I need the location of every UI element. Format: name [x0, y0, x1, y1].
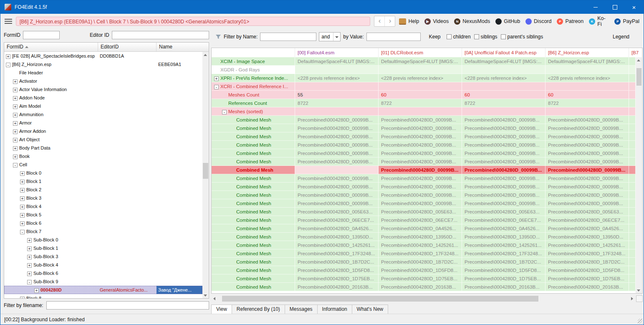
tree-scrollbar-thumb[interactable] — [203, 163, 208, 179]
tree-row[interactable]: +Sub-Block 4 — [4, 261, 202, 269]
tab-view[interactable]: View — [211, 305, 232, 314]
expand-icon[interactable]: + — [27, 238, 32, 243]
keep-checkbox-parent-s-siblings[interactable]: parent's siblings — [501, 34, 543, 40]
record-cell[interactable]: Precombined\0004280D_00099B... — [379, 149, 462, 157]
expand-icon[interactable]: + — [27, 255, 32, 259]
filter-value-input[interactable] — [366, 33, 421, 41]
grid-row[interactable]: +Combined MeshPrecombined\0004280D_00099… — [212, 166, 636, 174]
tree-row[interactable]: +Body Part Data — [4, 144, 202, 152]
expand-icon[interactable]: + — [13, 79, 18, 84]
tree-row[interactable]: +Block 5 — [4, 211, 202, 219]
grid-row[interactable]: +References Count8722872287228722 — [212, 99, 636, 107]
tree-row[interactable]: +Ammunition — [4, 110, 202, 119]
record-cell[interactable]: Precombined\0004280D_1D5FD8... — [546, 266, 629, 274]
scroll-left-icon[interactable] — [211, 295, 218, 302]
record-cell[interactable]: Precombined\0004280D_00099B... — [546, 116, 629, 124]
tree-scrollbar[interactable] — [202, 52, 209, 298]
tree-row[interactable]: -Cell — [4, 160, 202, 169]
grid-row[interactable]: +Combined MeshPrecombined\0004280D_00099… — [212, 124, 636, 132]
grid-row[interactable]: +Combined MeshPrecombined\0004280D_00099… — [212, 141, 636, 149]
record-cell[interactable]: Precombined\0004280D_00099B... — [295, 149, 379, 157]
expand-icon[interactable]: + — [20, 221, 25, 226]
record-cell[interactable]: Precombined\0004280D_00099B... — [379, 157, 462, 166]
tree-header-formid[interactable]: FormID — [4, 43, 98, 51]
record-cell[interactable]: Precombined\0004280D_1D5FD8... — [295, 266, 379, 274]
record-cell[interactable]: Precombined\0004280D_00099B... — [462, 174, 546, 183]
breadcrumb[interactable]: [B6] Z_Horizon.esp (EEBE09A1) \ Cell \ B… — [16, 17, 371, 26]
grid-row[interactable]: +XPRI - PreVis Reference Inde...<228 pre… — [212, 74, 636, 82]
record-cell[interactable] — [462, 66, 546, 74]
record-cell[interactable]: <228 previs reference index> — [295, 74, 379, 82]
collapse-icon[interactable]: - — [214, 85, 219, 89]
record-cell[interactable]: Precombined\0004280D_00099B... — [546, 124, 629, 132]
minimize-button[interactable] — [586, 0, 605, 14]
record-cell[interactable]: Precombined\0004280D_00099B... — [462, 157, 546, 166]
collapse-icon[interactable]: - — [13, 163, 18, 168]
tree-row[interactable]: +Aim Model — [4, 102, 202, 110]
record-cell[interactable]: Precombined\0004280D_00099B... — [295, 183, 379, 191]
record-cell[interactable]: Precombined\0004280D_00099B... — [546, 132, 629, 141]
record-cell[interactable]: Precombined\0004280D_00099B... — [295, 124, 379, 132]
link-videos[interactable]: ▶Videos — [424, 18, 449, 25]
grid-row[interactable]: -XCRI - Combined Reference I... — [212, 82, 636, 91]
grid-row[interactable]: +Combined MeshPrecombined\0004280D_13950… — [212, 233, 636, 241]
link-patreon[interactable]: PPatreon — [557, 18, 583, 25]
link-ko-fi[interactable]: KKo-Fi — [589, 15, 609, 27]
tree-row[interactable]: +[FE 02B] AUR_SpectacleIsleBridges.espDD… — [4, 52, 202, 60]
link-nexusmods[interactable]: NNexusMods — [454, 18, 490, 25]
grid-row[interactable]: +Combined MeshPrecombined\0004280D_1D75E… — [212, 274, 636, 283]
grid-horizontal-scrollbar[interactable] — [211, 295, 635, 302]
collapse-icon[interactable]: - — [20, 230, 25, 234]
record-cell[interactable] — [379, 82, 462, 91]
expand-icon[interactable]: + — [27, 272, 32, 276]
link-discord[interactable]: Discord — [525, 18, 551, 25]
grid-row[interactable]: +Combined MeshPrecombined\0004280D_20163… — [212, 283, 636, 291]
grid-row[interactable]: +Combined MeshPrecombined\0004280D_00099… — [212, 116, 636, 124]
record-cell[interactable] — [295, 166, 379, 174]
record-cell[interactable]: Precombined\0004280D_17F3248... — [546, 249, 629, 258]
record-cell[interactable]: 60 — [462, 91, 546, 99]
close-button[interactable]: × — [624, 0, 644, 14]
record-cell[interactable]: Precombined\0004280D_00099B... — [379, 199, 462, 208]
checkbox-icon[interactable] — [474, 34, 479, 39]
record-cell[interactable]: Precombined\0004280D_13950D... — [546, 233, 629, 241]
record-cell[interactable]: Precombined\0004280D_1D75EB... — [295, 274, 379, 283]
checkbox-icon[interactable] — [447, 34, 452, 39]
record-cell[interactable]: DefaultImageSpaceF4LUT [IMGS:... — [462, 57, 546, 66]
filter-name-input[interactable] — [260, 33, 316, 41]
grid-row[interactable]: +Combined MeshPrecombined\0004280D_0A452… — [212, 224, 636, 233]
formid-input[interactable] — [23, 31, 60, 39]
scroll-down-icon[interactable] — [202, 292, 209, 298]
tree-row[interactable]: +Block 2 — [4, 185, 202, 194]
link-paypal[interactable]: PPayPal — [614, 18, 639, 25]
grid-row[interactable]: +Combined MeshPrecombined\0004280D_00099… — [212, 174, 636, 183]
grid-row[interactable]: +Combined MeshPrecombined\0004280D_00099… — [212, 191, 636, 199]
column-header-plugin[interactable]: [B7 — [629, 48, 642, 57]
expand-icon[interactable]: + — [27, 263, 32, 268]
record-cell[interactable]: Precombined\0004280D_0A4526... — [462, 224, 546, 233]
tab-information[interactable]: Information — [317, 305, 352, 314]
expand-icon[interactable]: + — [20, 297, 25, 298]
link-help[interactable]: Help — [399, 18, 419, 25]
record-cell[interactable]: 8722 — [295, 99, 379, 107]
grid-row[interactable]: +Combined MeshPrecombined\0004280D_00099… — [212, 199, 636, 208]
tree-row[interactable]: -Block 7 — [4, 227, 202, 236]
expand-icon[interactable]: + — [13, 113, 18, 117]
grid-row[interactable]: -Meshes (sorted) — [212, 107, 636, 116]
grid-row[interactable]: +Combined MeshPrecombined\0004280D_005E6… — [212, 208, 636, 216]
record-cell[interactable]: Precombined\0004280D_1D75EB... — [379, 274, 462, 283]
collapse-icon[interactable]: - — [222, 110, 227, 114]
tree-row[interactable]: -Sub-Block 9 — [4, 277, 202, 286]
expand-icon[interactable]: + — [20, 188, 25, 193]
record-cell[interactable]: 8722 — [462, 99, 546, 107]
column-header-plugin[interactable]: [B6] Z_Horizon.esp — [546, 48, 629, 57]
expand-icon[interactable]: + — [13, 88, 18, 92]
expand-icon[interactable]: + — [13, 104, 18, 109]
expand-icon[interactable]: + — [20, 205, 25, 209]
record-cell[interactable]: Precombined\0004280D_00099B... — [295, 157, 379, 166]
expand-icon[interactable]: + — [13, 121, 18, 126]
horizontal-scrollbar-thumb[interactable] — [222, 296, 538, 302]
record-cell[interactable]: Precombined\0004280D_1B7D2C... — [462, 258, 546, 266]
record-cell[interactable]: Precombined\0004280D_0A4526... — [546, 224, 629, 233]
record-cell[interactable]: Precombined\0004280D_00099B... — [379, 174, 462, 183]
